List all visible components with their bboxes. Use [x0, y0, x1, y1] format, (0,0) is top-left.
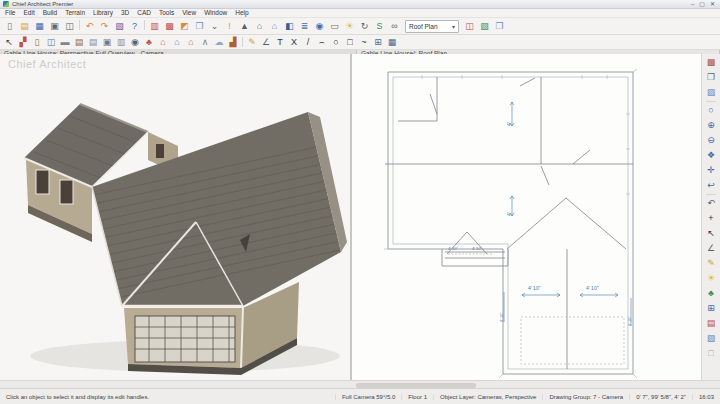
picture-material-button[interactable]: ▧ [703, 331, 719, 346]
menu-item-file[interactable]: File [5, 10, 15, 17]
schedule-button[interactable]: ▦ [385, 36, 399, 49]
rotate-view-button[interactable]: ↻ [357, 20, 372, 33]
saved-view-window-button[interactable]: ❐ [492, 20, 507, 33]
menu-item-build[interactable]: Build [43, 10, 57, 17]
cad-arc-button[interactable]: ⌢ [315, 36, 329, 49]
zoom-center-button[interactable]: ✛ [703, 163, 719, 178]
side-window[interactable] [156, 144, 164, 158]
menu-item-tools[interactable]: Tools [159, 10, 174, 17]
menu-item-edit[interactable]: Edit [23, 10, 34, 17]
select-objects-button[interactable]: ◩ [177, 20, 192, 33]
zoom-out-button[interactable]: ⊖ [703, 133, 719, 148]
cad-polyline-button[interactable]: ~ [357, 36, 371, 49]
export-picture-button[interactable]: ▧ [112, 20, 127, 33]
stairs-button[interactable]: ▤ [86, 36, 100, 49]
crosshair-button[interactable]: + [703, 211, 719, 226]
help-button[interactable]: ? [127, 20, 142, 33]
window-tile-button[interactable]: ❐ [192, 20, 207, 33]
text-button[interactable]: T [273, 36, 287, 49]
floor-up-button[interactable]: ▲ [237, 20, 252, 33]
terrain-button[interactable]: ☁ [212, 36, 226, 49]
dimension-label[interactable]: 4' [507, 122, 512, 126]
undo-button[interactable]: ↶ [82, 20, 97, 33]
rear-window[interactable] [36, 170, 49, 194]
close-button[interactable]: ✕ [710, 1, 715, 7]
maximize-button[interactable]: ▢ [699, 1, 705, 7]
select-button[interactable]: ↖ [2, 36, 16, 49]
appliance-button[interactable]: ▥ [114, 36, 128, 49]
hatch-pattern-button[interactable]: ▨ [703, 85, 719, 100]
dimension-label[interactable]: 4' 10" [448, 247, 458, 251]
porch-bumpout[interactable] [442, 249, 508, 266]
zoom-button[interactable]: ○ [703, 103, 719, 118]
menu-item-view[interactable]: View [182, 10, 196, 17]
full-overview-button[interactable]: ◧ [282, 20, 297, 33]
dimension-label[interactable]: 4' 10" [528, 286, 540, 291]
tile-windows-button[interactable]: ❐ [703, 70, 719, 85]
menu-item-window[interactable]: Window [204, 10, 227, 17]
dimension-label[interactable]: 4' [507, 212, 512, 216]
fixture-button[interactable]: ▣ [100, 36, 114, 49]
garage-door[interactable] [135, 316, 235, 362]
display-options-button[interactable]: ▩ [162, 20, 177, 33]
plant-button[interactable]: ♣ [142, 36, 156, 49]
camera-viewport[interactable]: Chief Architect [0, 54, 352, 380]
roof-outline-outer[interactable] [388, 72, 633, 374]
floor-down-button[interactable]: ⌄ [207, 20, 222, 33]
reference-grid-button[interactable]: ⊞ [703, 301, 719, 316]
furniture-button[interactable]: ▞ [16, 36, 30, 49]
roof-plan-drawing[interactable] [352, 54, 701, 380]
cad-pencil-button[interactable]: ✎ [245, 36, 259, 49]
dimension-label[interactable]: 4' 10" [628, 316, 632, 326]
library-browser-button[interactable]: ▥ [147, 20, 162, 33]
title-bar[interactable]: Chief Architect Premier – ▢ ✕ [0, 0, 720, 9]
gable-triangle[interactable] [507, 198, 626, 249]
walkthrough-button[interactable]: ◉ [312, 20, 327, 33]
saved-view-picture-button[interactable]: ▧ [477, 20, 492, 33]
cad-line-button[interactable]: / [301, 36, 315, 49]
blank-slot-button[interactable]: □ [703, 346, 719, 361]
select-arrow-button[interactable]: ↖ [703, 226, 719, 241]
reference-display-button[interactable]: ▭ [327, 20, 342, 33]
gable-line-button[interactable]: ∧ [198, 36, 212, 49]
active-view-combo[interactable]: Roof Plan ▾ [405, 20, 459, 33]
roof-tool-button[interactable]: ⌂ [156, 36, 170, 49]
protractor-button[interactable]: ∠ [259, 36, 273, 49]
menu-item-help[interactable]: Help [235, 10, 248, 17]
layer-sets-button[interactable]: ≣ [297, 20, 312, 33]
undo-zoom-button[interactable]: ↩ [703, 178, 719, 193]
adjust-lights-button[interactable]: ☀ [342, 20, 357, 33]
floor-overview-button[interactable]: ⌂ [252, 20, 267, 33]
save-plan-button[interactable]: ▦ [32, 20, 47, 33]
menu-item-3d[interactable]: 3D [121, 10, 129, 17]
render-techniques-button[interactable]: ∞ [387, 20, 402, 33]
dimension-label[interactable]: 4' 10" [472, 247, 482, 251]
delete-object-button[interactable]: X [287, 36, 301, 49]
rear-window[interactable] [60, 180, 73, 204]
annotate-button[interactable]: ✎ [703, 256, 719, 271]
zoom-in-button[interactable]: ⊕ [703, 118, 719, 133]
cad-box-button[interactable]: □ [343, 36, 357, 49]
redo-button[interactable]: ↷ [97, 20, 112, 33]
measure-button[interactable]: ∠ [703, 241, 719, 256]
minimize-button[interactable]: – [691, 1, 694, 7]
dormer-button[interactable]: ⌂ [184, 36, 198, 49]
layer-display-options-button[interactable]: ▩ [703, 55, 719, 70]
dimension-label[interactable]: 4' 10" [586, 286, 598, 291]
cad-circle-button[interactable]: ○ [329, 36, 343, 49]
print-preview-button[interactable]: ◫ [62, 20, 77, 33]
dimension-label[interactable]: 4' 10" [500, 312, 504, 322]
open-plan-button[interactable]: ▤ [17, 20, 32, 33]
camera-tool-button[interactable]: ◉ [128, 36, 142, 49]
saved-view-camera-button[interactable]: ◫ [462, 20, 477, 33]
previous-view-button[interactable]: ↶ [703, 196, 719, 211]
new-plan-button[interactable]: ▯ [2, 20, 17, 33]
window-button[interactable]: ◫ [44, 36, 58, 49]
fireplace-button[interactable]: ▟ [226, 36, 240, 49]
bumpout-notch[interactable] [398, 77, 437, 121]
attention-button[interactable]: ! [222, 20, 237, 33]
fill-window-button[interactable]: ❖ [703, 148, 719, 163]
footprint-dashed[interactable] [521, 317, 624, 364]
door-button[interactable]: ▯ [30, 36, 44, 49]
house-3d-render[interactable] [0, 54, 350, 380]
